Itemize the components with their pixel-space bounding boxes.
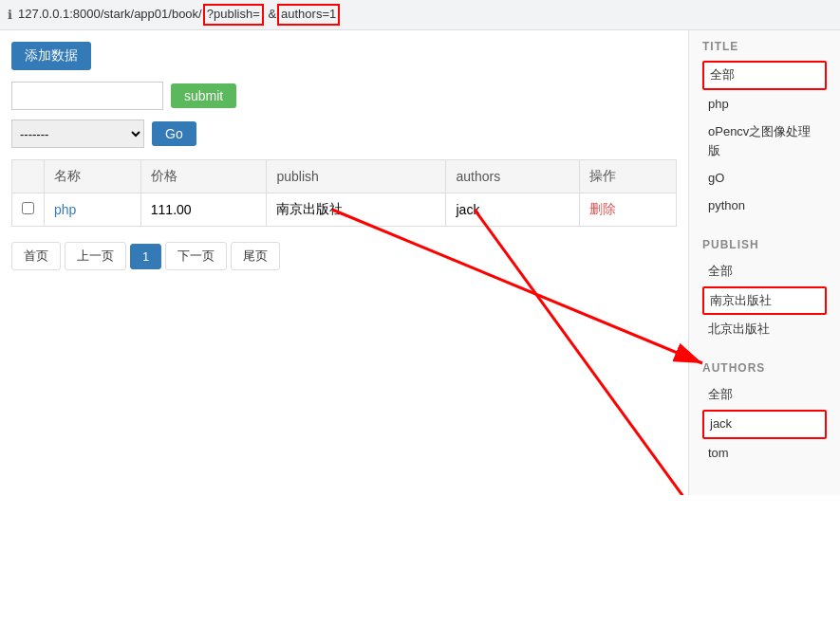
url-text: 127.0.0.1:8000/stark/app01/book/?publish… xyxy=(18,4,341,25)
row-checkbox[interactable] xyxy=(22,202,34,214)
browser-bar: ℹ 127.0.0.1:8000/stark/app01/book/?publi… xyxy=(0,0,840,30)
page-prev-button[interactable]: 上一页 xyxy=(65,242,126,270)
data-table: 名称 价格 publish authors 操作 php xyxy=(11,159,677,227)
search-row: submit xyxy=(11,82,677,110)
page-first-button[interactable]: 首页 xyxy=(11,242,61,270)
url-highlight-publish: ?publish= xyxy=(203,4,264,25)
sidebar-title-heading: TITLE xyxy=(702,40,827,53)
col-checkbox xyxy=(12,160,45,193)
page-next-button[interactable]: 下一页 xyxy=(165,242,227,270)
col-authors: authors xyxy=(446,160,580,193)
sidebar-authors-section: AUTHORS 全部 jack tom xyxy=(702,361,827,466)
sidebar-title-go[interactable]: gO xyxy=(702,166,827,192)
add-data-button[interactable]: 添加数据 xyxy=(11,42,91,70)
go-button[interactable]: Go xyxy=(152,121,196,146)
sidebar: TITLE 全部 php oPencv之图像处理版 gO python PUBL… xyxy=(688,30,840,495)
submit-button[interactable]: submit xyxy=(171,83,236,108)
row-name-cell: php xyxy=(45,193,141,227)
book-name-link[interactable]: php xyxy=(54,202,76,217)
sidebar-publish-beijing[interactable]: 北京出版社 xyxy=(702,317,827,342)
batch-select[interactable]: ------- xyxy=(11,119,144,148)
table-row: php 111.00 南京出版社 jack 删除 xyxy=(12,193,677,227)
row-price-cell: 111.00 xyxy=(140,193,267,227)
main-layout: 添加数据 submit ------- Go 名称 价格 xyxy=(0,30,840,495)
col-action: 操作 xyxy=(580,160,677,193)
info-icon: ℹ xyxy=(8,8,12,22)
sidebar-publish-nanjing[interactable]: 南京出版社 xyxy=(702,286,827,316)
sidebar-authors-jack[interactable]: jack xyxy=(702,410,827,439)
sidebar-authors-heading: AUTHORS xyxy=(702,361,827,375)
row-action-cell: 删除 xyxy=(580,193,677,227)
row-checkbox-cell xyxy=(12,193,45,227)
search-input[interactable] xyxy=(11,82,163,110)
page-wrapper: ℹ 127.0.0.1:8000/stark/app01/book/?publi… xyxy=(0,0,840,495)
url-separator: & xyxy=(268,7,276,21)
sidebar-title-opencv[interactable]: oPencv之图像处理版 xyxy=(702,119,827,165)
sidebar-authors-all[interactable]: 全部 xyxy=(702,382,827,408)
pagination: 首页 上一页 1 下一页 尾页 xyxy=(11,242,677,270)
table-header-row: 名称 价格 publish authors 操作 xyxy=(12,160,677,193)
page-last-button[interactable]: 尾页 xyxy=(231,242,280,270)
sidebar-publish-section: PUBLISH 全部 南京出版社 北京出版社 xyxy=(702,238,827,342)
row-authors-cell: jack xyxy=(446,193,580,227)
delete-link[interactable]: 删除 xyxy=(589,201,616,216)
dropdown-row: ------- Go xyxy=(11,119,677,148)
sidebar-title-python[interactable]: python xyxy=(702,193,827,219)
content-area: 添加数据 submit ------- Go 名称 价格 xyxy=(0,30,688,495)
sidebar-publish-heading: PUBLISH xyxy=(702,238,827,251)
sidebar-title-section: TITLE 全部 php oPencv之图像处理版 gO python xyxy=(702,40,827,219)
sidebar-title-all[interactable]: 全部 xyxy=(702,61,827,90)
sidebar-authors-tom[interactable]: tom xyxy=(702,441,827,467)
url-highlight-authors: authors=1 xyxy=(277,4,340,25)
sidebar-title-php[interactable]: php xyxy=(702,92,827,118)
col-price: 价格 xyxy=(140,160,267,193)
url-prefix: 127.0.0.1:8000/stark/app01/book/ xyxy=(18,7,202,21)
page-1-button[interactable]: 1 xyxy=(130,244,161,269)
col-name: 名称 xyxy=(45,160,141,193)
sidebar-publish-all[interactable]: 全部 xyxy=(702,259,827,285)
row-publish-cell: 南京出版社 xyxy=(267,193,446,227)
col-publish: publish xyxy=(267,160,446,193)
